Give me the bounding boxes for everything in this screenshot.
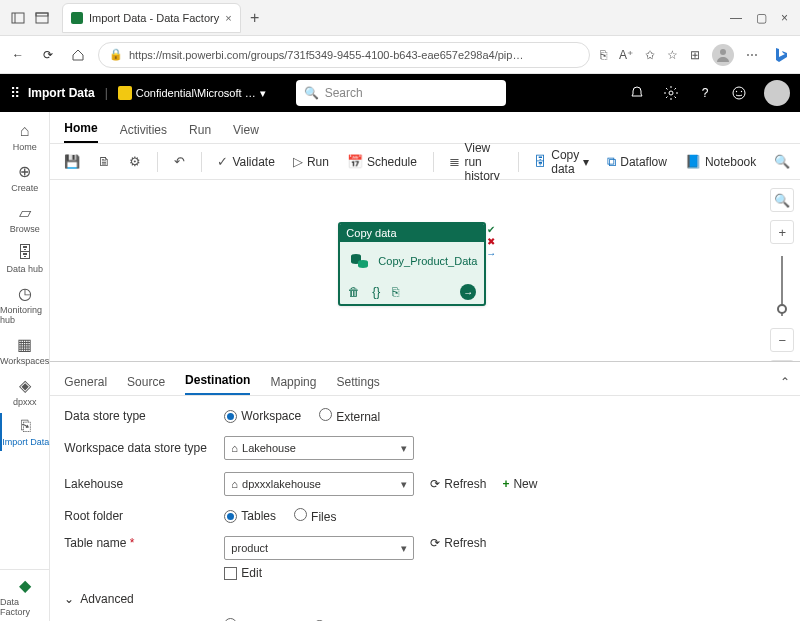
shield-icon bbox=[118, 86, 132, 100]
grid-icon: ▦ bbox=[17, 335, 32, 354]
save-all-button[interactable]: 🗎 bbox=[92, 150, 117, 173]
table-name-select[interactable]: product ▾ bbox=[224, 536, 414, 560]
tab-activities[interactable]: Activities bbox=[120, 123, 167, 143]
activity-header: Copy data bbox=[340, 224, 484, 242]
radio-workspace[interactable]: Workspace bbox=[224, 409, 301, 423]
copy-icon[interactable]: ⎘ bbox=[392, 285, 399, 299]
activity-name: Copy_Product_Data bbox=[378, 255, 477, 267]
tab-home[interactable]: Home bbox=[64, 121, 97, 143]
tab-mapping[interactable]: Mapping bbox=[270, 375, 316, 395]
settings-button[interactable]: ⚙ bbox=[123, 150, 147, 173]
schedule-button[interactable]: 📅Schedule bbox=[341, 150, 423, 173]
zoom-slider[interactable] bbox=[781, 256, 783, 316]
bing-icon[interactable] bbox=[770, 44, 792, 66]
close-window-icon[interactable]: × bbox=[781, 11, 788, 25]
save-button[interactable]: 💾 bbox=[58, 150, 86, 173]
workspace-ds-type-select[interactable]: ⌂ Lakehouse ▾ bbox=[224, 436, 414, 460]
copy-data-button[interactable]: 🗄Copy data▾ bbox=[528, 144, 595, 180]
stack-icon: ▱ bbox=[19, 203, 31, 222]
tab-destination[interactable]: Destination bbox=[185, 373, 250, 395]
favorites-bar-icon[interactable]: ☆ bbox=[667, 48, 678, 62]
svg-rect-3 bbox=[36, 13, 48, 16]
app-launcher-icon[interactable]: ⠿ bbox=[10, 85, 18, 101]
lakehouse-icon: ⌂ bbox=[231, 478, 238, 490]
nav-create[interactable]: ⊕ Create bbox=[0, 158, 49, 197]
tab-general[interactable]: General bbox=[64, 375, 107, 395]
undo-button[interactable]: ↶ bbox=[168, 150, 191, 173]
canvas-search-button[interactable]: 🔍 bbox=[770, 188, 794, 212]
plus-icon: + bbox=[502, 477, 509, 491]
maximize-icon[interactable]: ▢ bbox=[756, 11, 767, 25]
completion-handle[interactable]: → bbox=[486, 248, 496, 258]
advanced-toggle[interactable]: ⌄ Advanced bbox=[64, 592, 790, 606]
refresh-icon[interactable]: ⟳ bbox=[38, 45, 58, 65]
nav-browse[interactable]: ▱ Browse bbox=[0, 199, 49, 238]
tab-source[interactable]: Source bbox=[127, 375, 165, 395]
sidebar-toggle-icon[interactable] bbox=[6, 6, 30, 30]
radio-external[interactable]: External bbox=[319, 408, 380, 424]
save-all-icon: 🗎 bbox=[98, 154, 111, 169]
close-tab-icon[interactable]: × bbox=[225, 12, 231, 24]
delete-icon[interactable]: 🗑 bbox=[348, 285, 360, 299]
workspaces-icon[interactable] bbox=[30, 6, 54, 30]
validate-button[interactable]: ✓Validate bbox=[211, 150, 280, 173]
settings-icon[interactable] bbox=[662, 84, 680, 102]
edit-checkbox[interactable]: Edit bbox=[224, 566, 262, 580]
copy-data-activity[interactable]: Copy data Copy_Product_Data 🗑 {} ⎘ → ✔ ✖ bbox=[338, 222, 486, 306]
nav-home[interactable]: ⌂ Home bbox=[0, 118, 49, 156]
radio-tables[interactable]: Tables bbox=[224, 509, 276, 523]
lock-icon: 🔒 bbox=[109, 48, 123, 61]
pipeline-canvas[interactable]: 🔍 + − ⛶ Copy data Copy_Product_Data 🗑 {} bbox=[50, 180, 800, 621]
nav-monitoring-hub[interactable]: ◷ Monitoring hub bbox=[0, 280, 49, 329]
nav-workspaces[interactable]: ▦ Workspaces bbox=[0, 331, 49, 370]
new-tab-button[interactable]: + bbox=[241, 9, 269, 27]
zoom-out-button[interactable]: − bbox=[770, 328, 794, 352]
tab-run[interactable]: Run bbox=[189, 123, 211, 143]
extensions-icon[interactable]: ⊞ bbox=[690, 48, 700, 62]
search-input[interactable]: 🔍 Search bbox=[296, 80, 506, 106]
text-size-icon[interactable]: A⁺ bbox=[619, 48, 633, 62]
tab-settings[interactable]: Settings bbox=[336, 375, 379, 395]
nav-data-hub[interactable]: 🗄 Data hub bbox=[0, 240, 49, 278]
nav-import-data[interactable]: ⎘ Import Data bbox=[0, 413, 49, 451]
more-icon[interactable]: ⋯ bbox=[746, 48, 758, 62]
search-icon: 🔍 bbox=[304, 86, 319, 100]
run-button[interactable]: ▷Run bbox=[287, 150, 335, 173]
read-aloud-icon[interactable]: ⎘ bbox=[600, 48, 607, 62]
dataflow-button[interactable]: ⧉Dataflow bbox=[601, 150, 673, 174]
nav-data-factory[interactable]: ◆ Data Factory bbox=[0, 569, 49, 621]
back-icon[interactable]: ← bbox=[8, 45, 28, 65]
home-icon[interactable] bbox=[68, 45, 88, 65]
svg-point-6 bbox=[733, 87, 745, 99]
view-run-history-button[interactable]: ≣View run history bbox=[443, 137, 507, 187]
help-icon[interactable]: ? bbox=[696, 84, 714, 102]
root-folder-label: Root folder bbox=[64, 509, 224, 523]
zoom-in-button[interactable]: + bbox=[770, 220, 794, 244]
toolbar-search-button[interactable]: 🔍 bbox=[768, 150, 796, 173]
copy-data-icon: 🗄 bbox=[534, 154, 547, 169]
success-handle[interactable]: ✔ bbox=[486, 224, 496, 234]
lakehouse-select[interactable]: ⌂ dpxxxlakehouse ▾ bbox=[224, 472, 414, 496]
lakehouse-label: Lakehouse bbox=[64, 477, 224, 491]
favorite-icon[interactable]: ✩ bbox=[645, 48, 655, 62]
nav-workspace-dpxxx[interactable]: ◈ dpxxx bbox=[0, 372, 49, 411]
notebook-button[interactable]: 📘Notebook bbox=[679, 150, 762, 173]
minimize-icon[interactable]: — bbox=[730, 11, 742, 25]
tab-view[interactable]: View bbox=[233, 123, 259, 143]
refresh-lakehouse-button[interactable]: ⟳Refresh bbox=[430, 477, 486, 491]
browser-tab[interactable]: Import Data - Data Factory × bbox=[62, 3, 241, 33]
fail-handle[interactable]: ✖ bbox=[486, 236, 496, 246]
sensitivity-label[interactable]: Confidential\Microsoft … ▾ bbox=[118, 86, 266, 100]
feedback-icon[interactable] bbox=[730, 84, 748, 102]
code-icon[interactable]: {} bbox=[372, 285, 380, 299]
radio-files[interactable]: Files bbox=[294, 508, 336, 524]
url-input[interactable]: 🔒 https://msit.powerbi.com/groups/731f53… bbox=[98, 42, 590, 68]
go-icon[interactable]: → bbox=[460, 284, 476, 300]
refresh-table-button[interactable]: ⟳Refresh bbox=[430, 536, 486, 550]
profile-avatar[interactable] bbox=[712, 44, 734, 66]
new-lakehouse-button[interactable]: +New bbox=[502, 477, 537, 491]
address-bar: ← ⟳ 🔒 https://msit.powerbi.com/groups/73… bbox=[0, 36, 800, 74]
user-avatar[interactable] bbox=[764, 80, 790, 106]
collapse-panel-icon[interactable]: ⌃ bbox=[780, 375, 790, 395]
notifications-icon[interactable] bbox=[628, 84, 646, 102]
